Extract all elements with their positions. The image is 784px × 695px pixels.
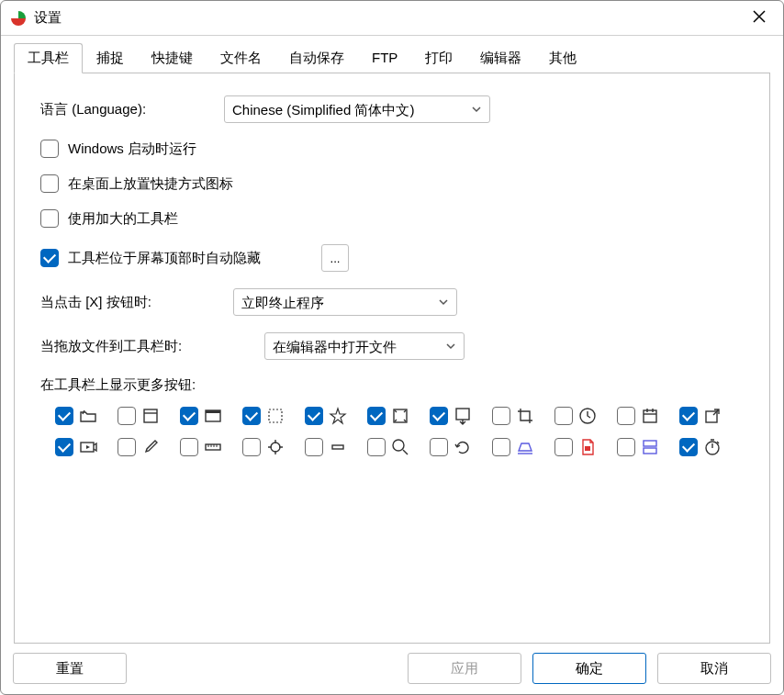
toolbar-icon-checkbox[interactable] <box>617 407 635 425</box>
toolbar-icon-checkbox[interactable] <box>118 407 136 425</box>
large-toolbar-label: 使用加大的工具栏 <box>68 210 178 228</box>
ok-button[interactable]: 确定 <box>532 653 646 684</box>
large-toolbar-checkbox[interactable] <box>40 209 59 228</box>
toolbar-icon-item <box>305 438 354 456</box>
toolbar-icon-checkbox[interactable] <box>554 407 573 425</box>
toolbar-icon-checkbox[interactable] <box>305 438 323 456</box>
window-icon <box>141 407 160 425</box>
toolbar-icon-checkbox[interactable] <box>55 438 73 456</box>
tab-content: 语言 (Language): Chinese (Simplified 简体中文)… <box>14 73 770 644</box>
toolbar-icon-checkbox[interactable] <box>367 407 386 425</box>
tab-autosave[interactable]: 自动保存 <box>275 43 358 73</box>
ruler-icon <box>204 438 222 456</box>
undo-icon <box>454 438 472 456</box>
startup-checkbox[interactable] <box>40 140 59 158</box>
stopwatch-icon <box>703 438 722 456</box>
clock-icon <box>578 407 597 425</box>
svg-rect-19 <box>585 446 590 451</box>
toolbar-icon-item <box>492 407 542 425</box>
color-picker-icon <box>141 438 160 456</box>
toolbar-icon-item <box>55 407 105 425</box>
toolbar-icon-checkbox[interactable] <box>118 438 136 456</box>
toolbar-icon-checkbox[interactable] <box>554 438 573 456</box>
titlebar: 设置 <box>1 1 783 36</box>
crop-icon <box>516 407 534 425</box>
svg-rect-8 <box>644 410 656 422</box>
toolbar-icon-item <box>679 407 729 425</box>
toolbar-icon-checkbox[interactable] <box>305 407 323 425</box>
toolbar-icon-item <box>118 438 167 456</box>
svg-rect-0 <box>144 409 157 422</box>
toolbar-icon-checkbox[interactable] <box>430 438 448 456</box>
toolbar-icon-item <box>367 407 417 425</box>
toolbar-icon-checkbox[interactable] <box>55 407 73 425</box>
toolbar-icon-item <box>242 407 292 425</box>
startup-label: Windows 启动时运行 <box>68 140 196 158</box>
toolbar-icon-checkbox[interactable] <box>242 407 261 425</box>
toolbar-icon-item <box>242 438 292 456</box>
cancel-button[interactable]: 取消 <box>657 653 771 684</box>
language-select[interactable]: Chinese (Simplified 简体中文) <box>224 95 490 123</box>
svg-rect-14 <box>206 444 220 450</box>
toolbar-icon-checkbox[interactable] <box>679 407 698 425</box>
scanner-icon <box>516 438 534 456</box>
svg-point-15 <box>271 443 280 452</box>
app-icon <box>10 10 27 27</box>
svg-point-17 <box>393 440 404 451</box>
play-icon <box>79 438 97 456</box>
svg-rect-4 <box>269 409 282 422</box>
share-icon <box>703 407 722 425</box>
zoom-icon <box>391 438 409 456</box>
toolbar-icon-checkbox[interactable] <box>492 438 510 456</box>
toolbar-icon-checkbox[interactable] <box>367 438 386 456</box>
tab-other[interactable]: 其他 <box>535 43 590 73</box>
svg-rect-21 <box>644 448 656 454</box>
toolbar-icon-checkbox[interactable] <box>430 407 448 425</box>
window-title: 设置 <box>34 9 745 27</box>
tab-capture[interactable]: 捕捉 <box>83 43 138 73</box>
calendar-icon <box>641 407 659 425</box>
autohide-options-button[interactable]: ... <box>321 244 349 272</box>
toolbar-icon-item <box>430 438 479 456</box>
close-action-select[interactable]: 立即终止程序 <box>233 288 457 316</box>
toolbar-icon-item <box>55 438 105 456</box>
reset-button[interactable]: 重置 <box>13 653 127 684</box>
toolbar-icon-checkbox[interactable] <box>617 438 635 456</box>
toolbar-icon-checkbox[interactable] <box>492 407 510 425</box>
svg-rect-20 <box>644 441 656 446</box>
selection-icon <box>266 407 285 425</box>
toolbar-icon-grid <box>40 407 744 456</box>
close-action-label: 当点击 [X] 按钮时: <box>40 294 224 311</box>
toolbar-icon-checkbox[interactable] <box>242 438 261 456</box>
toolbar-icon-item <box>180 407 230 425</box>
tab-toolbar[interactable]: 工具栏 <box>14 43 83 73</box>
tab-filename[interactable]: 文件名 <box>207 43 275 73</box>
drag-action-select[interactable]: 在编辑器中打开文件 <box>264 332 465 360</box>
tab-print[interactable]: 打印 <box>411 43 466 73</box>
apply-button[interactable]: 应用 <box>408 653 521 684</box>
toolbar-icon-item <box>180 438 230 456</box>
toolbar-icon-checkbox[interactable] <box>180 438 198 456</box>
toolbar-icon-item <box>554 407 604 425</box>
svg-rect-3 <box>206 410 220 413</box>
desktop-icon-checkbox[interactable] <box>40 174 59 193</box>
toolbar-icon-item <box>554 438 604 456</box>
tab-hotkeys[interactable]: 快捷键 <box>138 43 207 73</box>
toolbar-icon-item <box>617 438 666 456</box>
toolbar-icon-checkbox[interactable] <box>180 407 198 425</box>
toolbar-icon-item <box>305 407 354 425</box>
toolbar-icon-item <box>617 407 666 425</box>
scroll-capture-icon <box>454 407 472 425</box>
crosshair-icon <box>266 438 285 456</box>
split-icon <box>641 438 659 456</box>
close-button[interactable] <box>745 4 774 32</box>
autohide-checkbox[interactable] <box>40 249 59 267</box>
toolbar-icon-item <box>430 407 479 425</box>
desktop-icon-label: 在桌面上放置快捷方式图标 <box>68 175 233 193</box>
svg-rect-16 <box>332 445 343 449</box>
toolbar-icon-checkbox[interactable] <box>679 438 698 456</box>
more-buttons-label: 在工具栏上显示更多按钮: <box>40 376 744 394</box>
tab-editor[interactable]: 编辑器 <box>466 43 535 73</box>
tab-ftp[interactable]: FTP <box>358 43 411 73</box>
drag-action-label: 当拖放文件到工具栏时: <box>40 338 255 355</box>
